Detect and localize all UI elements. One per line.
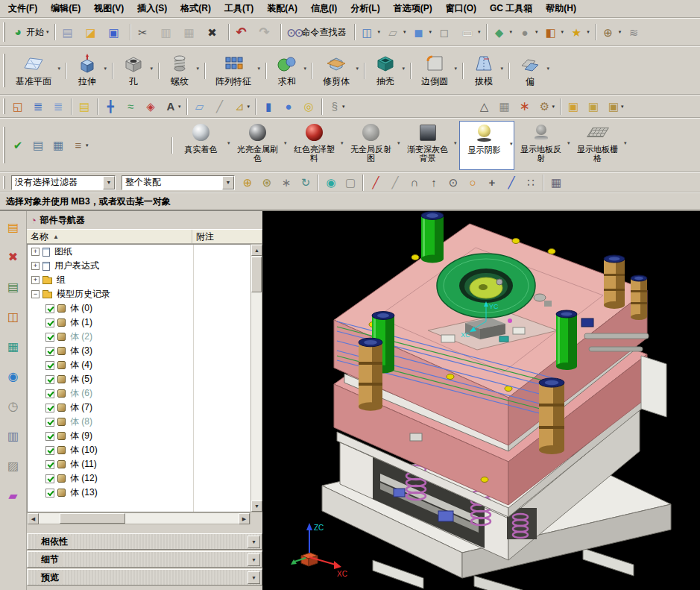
toolbar-grip[interactable] bbox=[3, 54, 5, 87]
datum-csys-button[interactable]: ⊿ ▾ bbox=[231, 97, 253, 116]
tree-item-body[interactable]: 体 (4) bbox=[28, 358, 250, 372]
checkbox[interactable] bbox=[45, 375, 54, 384]
toolbar-grip[interactable] bbox=[3, 176, 5, 189]
scroll-right-button[interactable]: ▶ bbox=[239, 513, 250, 524]
view-orient-button[interactable]: ◆ ▾ bbox=[491, 22, 515, 42]
tree-item-body[interactable]: 体 (10) bbox=[28, 443, 250, 457]
tree-item-body[interactable]: 体 (8) bbox=[28, 415, 250, 429]
start-button[interactable]: ◕ 开始 ▾ bbox=[9, 22, 51, 42]
center-point-snap-button[interactable]: ⊙ bbox=[444, 173, 462, 192]
move-component-button[interactable]: ▣ bbox=[584, 97, 603, 116]
column-header-note[interactable]: 附注 bbox=[192, 230, 262, 243]
tree-item-body[interactable]: 体 (6) bbox=[28, 386, 250, 401]
menu-file[interactable]: 文件(F) bbox=[1, 0, 44, 18]
shiny-metal-material-button[interactable]: 光亮金属刷色 ▾ bbox=[233, 121, 288, 170]
dropdown-arrow-icon[interactable]: ▾ bbox=[356, 66, 359, 72]
render-style-button[interactable]: ● ▾ bbox=[516, 22, 540, 42]
edge-blend-button[interactable]: 边倒圆 ▾ bbox=[415, 49, 458, 92]
annotation-button[interactable]: ▤ bbox=[75, 97, 94, 116]
show-shadow-button[interactable]: 显示阴影 ▾ bbox=[459, 121, 514, 170]
tree-item-body[interactable]: 体 (3) bbox=[28, 344, 250, 358]
dropdown-arrow-icon[interactable]: ▾ bbox=[402, 66, 405, 72]
red-glossy-plastic-button[interactable]: 红色亮泽塑料 ▾ bbox=[289, 121, 344, 170]
spline-button[interactable]: ≈ bbox=[122, 97, 140, 116]
thread-button[interactable]: 螺纹 ▾ bbox=[163, 49, 201, 92]
pattern-feature-button[interactable]: 阵列特征 ▾ bbox=[209, 49, 262, 92]
endpoint-snap-button[interactable]: ╱ bbox=[367, 173, 385, 192]
guide-bushing-brass[interactable] bbox=[359, 338, 382, 411]
tree-item-groups[interactable]: + 组 bbox=[28, 273, 250, 287]
expand-toggle[interactable]: − bbox=[31, 290, 40, 298]
combo-arrow-icon[interactable]: ▼ bbox=[222, 176, 234, 189]
checkbox[interactable] bbox=[45, 318, 54, 327]
tree-item-model-history[interactable]: − 模型历史记录 bbox=[28, 287, 250, 301]
hole-button[interactable]: 孔 ▾ bbox=[117, 49, 154, 92]
menu-tools[interactable]: 工具(T) bbox=[218, 0, 260, 18]
toolbar-grip[interactable] bbox=[3, 127, 5, 164]
display-plane-button[interactable]: ▱ ▾ bbox=[384, 22, 409, 42]
quadrant-snap-button[interactable]: ○ bbox=[464, 173, 482, 192]
paste-button[interactable]: ▦ bbox=[180, 22, 202, 42]
tree-item-body[interactable]: 体 (1) bbox=[28, 316, 250, 330]
cut-button[interactable]: ✂ bbox=[134, 22, 156, 42]
wireframe-cube-button[interactable]: ◻ bbox=[435, 22, 457, 42]
vertical-scrollbar[interactable]: ▲ ▼ bbox=[250, 244, 262, 512]
visible-layers-button[interactable]: ≣ bbox=[49, 97, 68, 116]
expression-table-button[interactable]: ▦ bbox=[49, 136, 68, 155]
expand-toggle[interactable]: + bbox=[31, 262, 40, 270]
scroll-up-button[interactable]: ▲ bbox=[251, 245, 262, 256]
offset-face-button[interactable]: 偏 ▾ bbox=[514, 49, 551, 92]
constraint-navigator-tab[interactable]: ✖ bbox=[3, 247, 24, 266]
save-button[interactable]: ▣ bbox=[105, 22, 127, 42]
window-layout-button[interactable]: ◫ ▾ bbox=[359, 22, 383, 42]
move-rotate-button[interactable]: ⊕ ▾ bbox=[599, 22, 624, 42]
system-materials-tab[interactable]: ▥ bbox=[3, 426, 24, 445]
dropdown-arrow-icon[interactable]: ▾ bbox=[284, 140, 287, 146]
grid-snap-button[interactable]: ▦ bbox=[547, 173, 565, 192]
internet-explorer-tab[interactable]: ◉ bbox=[3, 366, 24, 386]
true-shading-button[interactable]: 真实着色 ▾ bbox=[176, 121, 231, 170]
menu-gc-toolbox[interactable]: GC 工具箱 bbox=[483, 0, 539, 18]
checkbox[interactable] bbox=[45, 460, 54, 469]
dropdown-arrow-icon[interactable]: ▾ bbox=[257, 66, 260, 72]
pattern-geometry-button[interactable]: ∗ bbox=[516, 97, 535, 116]
scrollbar-track[interactable] bbox=[39, 513, 239, 524]
checkbox[interactable] bbox=[45, 361, 54, 370]
assembly-sequence-button[interactable]: ▣ ▾ bbox=[605, 97, 626, 116]
point-set-button[interactable]: ╋ bbox=[101, 97, 120, 116]
intersection-snap-button[interactable]: + bbox=[483, 173, 501, 192]
chevron-down-icon[interactable]: ▾ bbox=[247, 553, 260, 566]
stamp-button[interactable]: ◈ bbox=[142, 97, 160, 116]
panel-preview[interactable]: 预览 ▾ bbox=[27, 569, 262, 586]
dropdown-arrow-icon[interactable]: ▾ bbox=[510, 141, 513, 147]
menu-information[interactable]: 信息(I) bbox=[304, 0, 344, 18]
point-dialog-button[interactable]: ∗ bbox=[277, 173, 295, 192]
scrollbar-thumb[interactable] bbox=[60, 513, 125, 524]
checkbox[interactable] bbox=[45, 432, 54, 441]
tree-item-user-expressions[interactable]: + 用户表达式 bbox=[28, 259, 250, 273]
show-floor-reflection-button[interactable]: 显示地板反射 ▾ bbox=[516, 121, 571, 170]
datum-plane-button[interactable]: 基准平面 ▾ bbox=[10, 49, 62, 92]
dropdown-arrow-icon[interactable]: ▾ bbox=[397, 140, 400, 146]
smart-selection-button[interactable]: ⊛ bbox=[258, 173, 276, 192]
horizontal-scrollbar[interactable]: ◀ ▶ bbox=[27, 512, 250, 524]
selection-scope-combo[interactable]: 整个装配 ▼ bbox=[122, 175, 235, 190]
checkbox[interactable] bbox=[45, 404, 54, 412]
expand-toggle[interactable]: + bbox=[31, 276, 40, 284]
command-finder-button[interactable]: ⊙⊙ 命令查找器 bbox=[285, 22, 351, 42]
guide-bushing-brass[interactable] bbox=[631, 275, 647, 320]
expand-toggle[interactable]: + bbox=[31, 248, 40, 256]
view-orientation-button[interactable]: ◱ bbox=[9, 97, 28, 116]
grid-surface-button[interactable]: ▦ bbox=[496, 97, 514, 116]
dropdown-arrow-icon[interactable]: ▾ bbox=[303, 66, 306, 72]
cylinder-tool-button[interactable]: ▮ bbox=[259, 97, 278, 116]
sphere-tool-button[interactable]: ● bbox=[280, 97, 298, 116]
checkbox[interactable] bbox=[45, 418, 54, 427]
undo-button[interactable]: ↶ bbox=[233, 22, 254, 42]
mold-assembly-render[interactable]: YC XC ZC XC bbox=[262, 211, 700, 590]
tree-item-body[interactable]: 体 (13) bbox=[28, 486, 250, 500]
no-global-reflection-button[interactable]: 无全局反射图 ▾ bbox=[346, 121, 401, 170]
part-navigator-tab[interactable]: ▤ bbox=[3, 277, 24, 296]
extrude-button[interactable]: 拉伸 ▾ bbox=[71, 49, 108, 92]
measure-button[interactable]: ≋ bbox=[625, 22, 646, 42]
